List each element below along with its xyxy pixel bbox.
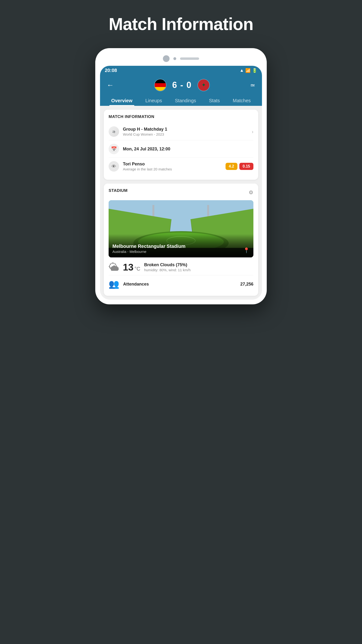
match-info-card: MATCH INFORMATION ⚽ Group H - Matchday 1… <box>104 110 258 180</box>
tab-lineups[interactable]: Lineups <box>143 96 164 106</box>
attendance-label: Attendances <box>123 282 237 287</box>
stadium-location: Australia - Melbourne <box>112 250 186 254</box>
stadium-card: STADIUM ⚙ <box>104 184 258 296</box>
weather-condition: Broken Clouds (75%) <box>144 262 253 268</box>
tab-bar: Overview Lineups Standings Stats Matches <box>105 96 257 106</box>
phone-speaker <box>180 58 199 60</box>
competition-name: Group H - Matchday 1 <box>123 127 248 132</box>
stadium-card-header: STADIUM ⚙ <box>109 188 253 197</box>
page-title: Match Information <box>109 14 253 34</box>
flag-germany <box>154 79 166 91</box>
back-button[interactable]: ← <box>105 80 116 90</box>
phone-frame: 20:08 ▲ 📶 🔋 ← <box>95 48 267 304</box>
match-info-title: MATCH INFORMATION <box>109 114 253 119</box>
referee-info: Tori Penso Average in the last 20 matche… <box>123 162 222 171</box>
temperature-value: 13 <box>123 262 134 273</box>
tab-stats[interactable]: Stats <box>207 96 222 106</box>
referee-row: 👁 Tori Penso Average in the last 20 matc… <box>109 158 253 175</box>
match-header: ← 6 - 0 ✦ <box>100 75 262 106</box>
weather-row: 🌥 13 °C Broken Clouds (75%) humidity: 80… <box>109 258 253 275</box>
gear-icon[interactable]: ⚙ <box>249 190 253 196</box>
phone-dot <box>173 57 176 60</box>
temperature-unit: °C <box>135 266 140 272</box>
match-date: Mon, 24 Jul 2023, 12:00 <box>123 146 253 152</box>
competition-sub: World Cup Women - 2023 <box>123 132 248 136</box>
status-icons: ▲ 📶 🔋 <box>240 68 257 73</box>
referee-icon: 👁 <box>109 161 119 172</box>
referee-name: Tori Penso <box>123 162 222 166</box>
temperature-display: 13 °C <box>123 262 140 273</box>
tab-standings[interactable]: Standings <box>173 96 198 106</box>
main-content: MATCH INFORMATION ⚽ Group H - Matchday 1… <box>100 106 262 300</box>
referee-sub: Average in the last 20 matches <box>123 167 222 171</box>
stadium-name: Melbourne Rectangular Stadium <box>112 244 186 249</box>
signal-icon: 📶 <box>245 68 251 73</box>
stadium-name-block: Melbourne Rectangular Stadium Australia … <box>112 244 186 254</box>
date-row: 📅 Mon, 24 Jul 2023, 12:00 <box>109 140 253 158</box>
tab-matches[interactable]: Matches <box>231 96 253 106</box>
yellow-card-badge: 4.2 <box>226 163 237 170</box>
chevron-right-icon: › <box>252 129 253 134</box>
flag-morocco: ✦ <box>197 79 210 91</box>
status-time: 20:08 <box>105 68 117 73</box>
competition-logo: ⚽ <box>109 126 119 137</box>
score-area: 6 - 0 ✦ <box>116 79 248 91</box>
match-score: 6 - 0 <box>172 80 192 90</box>
weather-icon: 🌥 <box>109 261 119 273</box>
phone-camera <box>163 55 170 62</box>
referee-badges: 4.2 0.15 <box>226 163 253 170</box>
people-icon: 👥 <box>109 279 119 289</box>
weather-description: Broken Clouds (75%) humidity: 80%, wind:… <box>144 262 253 272</box>
calendar-icon: 📅 <box>109 144 119 154</box>
competition-row[interactable]: ⚽ Group H - Matchday 1 World Cup Women -… <box>109 123 253 140</box>
date-info: Mon, 24 Jul 2023, 12:00 <box>123 146 253 152</box>
share-button[interactable]: ≃ <box>248 80 257 90</box>
stadium-title: STADIUM <box>109 188 128 193</box>
status-bar: 20:08 ▲ 📶 🔋 <box>100 66 262 75</box>
tab-overview[interactable]: Overview <box>109 96 134 106</box>
morocco-star-icon: ✦ <box>201 82 206 88</box>
header-top: ← 6 - 0 ✦ <box>105 79 257 91</box>
phone-screen: 20:08 ▲ 📶 🔋 ← <box>100 66 262 300</box>
weather-details: humidity: 80%, wind: 11 km/h <box>144 268 253 272</box>
phone-notch <box>100 53 262 64</box>
battery-icon: 🔋 <box>252 68 257 73</box>
stadium-overlay: Melbourne Rectangular Stadium Australia … <box>109 234 253 258</box>
red-card-badge: 0.15 <box>239 163 253 170</box>
wifi-icon: ▲ <box>240 68 244 73</box>
competition-info: Group H - Matchday 1 World Cup Women - 2… <box>123 127 248 136</box>
stadium-image: Melbourne Rectangular Stadium Australia … <box>109 200 253 258</box>
competition-logo-inner: ⚽ <box>109 126 119 137</box>
location-icon[interactable]: 📍 <box>243 248 250 254</box>
attendance-value: 27,256 <box>240 282 253 287</box>
attendance-row: 👥 Attendances 27,256 <box>109 275 253 291</box>
